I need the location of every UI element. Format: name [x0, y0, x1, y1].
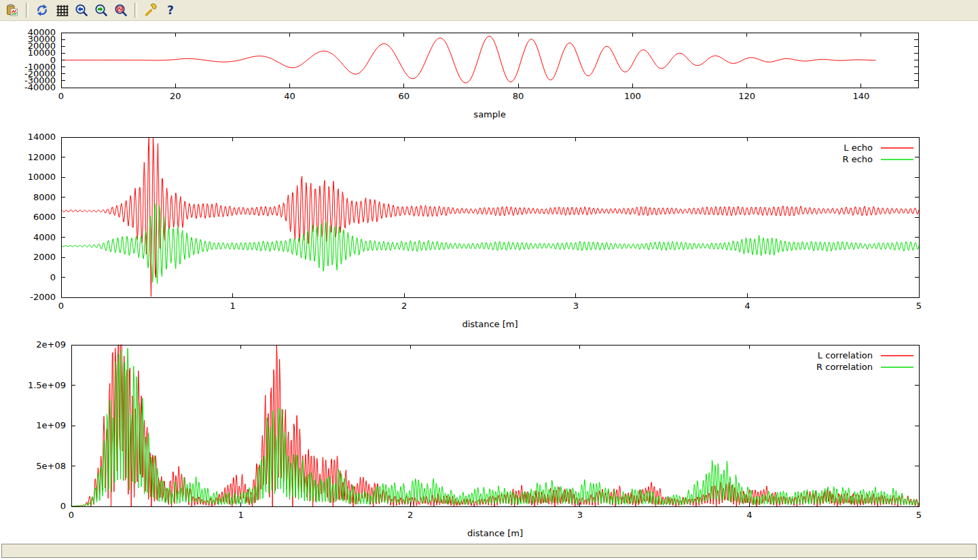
svg-text:1: 1	[230, 301, 235, 311]
svg-text:60: 60	[399, 91, 410, 101]
toolbar-separator	[26, 3, 29, 18]
svg-text:2: 2	[401, 301, 407, 311]
copy-to-clipboard-button[interactable]	[3, 1, 21, 19]
svg-text:40000: 40000	[28, 27, 56, 37]
clipboard-chart-icon	[5, 3, 19, 17]
svg-text:8000: 8000	[33, 192, 56, 202]
configure-button[interactable]	[142, 1, 160, 19]
svg-text:140: 140	[852, 91, 869, 101]
svg-text:4000: 4000	[33, 232, 56, 242]
toggle-grid-button[interactable]	[53, 1, 71, 19]
svg-text:5: 5	[916, 510, 922, 520]
zoom-previous-button[interactable]	[73, 1, 90, 19]
autoscale-button[interactable]	[112, 1, 130, 19]
svg-text:2: 2	[408, 510, 413, 520]
svg-text:0: 0	[58, 91, 64, 101]
magnifier-right-arrow-icon	[94, 3, 108, 17]
svg-text:120: 120	[738, 91, 755, 101]
svg-text:distance [m]: distance [m]	[467, 528, 523, 538]
svg-text:0: 0	[69, 510, 74, 520]
replot-button[interactable]	[33, 1, 51, 19]
svg-text:6000: 6000	[33, 212, 56, 222]
svg-text:1.5e+09: 1.5e+09	[28, 380, 66, 390]
svg-text:1e+09: 1e+09	[36, 420, 66, 430]
svg-text:-2000: -2000	[30, 292, 56, 302]
svg-text:12000: 12000	[28, 152, 56, 162]
svg-text:4: 4	[744, 301, 750, 311]
svg-text:80: 80	[513, 91, 524, 101]
svg-text:10000: 10000	[28, 172, 56, 182]
help-button[interactable]: ?	[162, 1, 179, 19]
svg-text:0: 0	[60, 501, 66, 511]
svg-text:1: 1	[238, 510, 243, 520]
svg-text:3: 3	[573, 301, 579, 311]
toolbar-separator	[134, 3, 137, 18]
zoom-next-button[interactable]	[92, 1, 110, 19]
status-bar	[1, 544, 977, 558]
svg-text:0: 0	[58, 301, 64, 311]
svg-text:5: 5	[916, 301, 922, 311]
svg-text:14000: 14000	[28, 132, 56, 142]
wrench-icon	[144, 3, 158, 17]
svg-text:R correlation: R correlation	[816, 362, 873, 372]
svg-text:R echo: R echo	[842, 154, 873, 164]
svg-text:0: 0	[50, 272, 56, 282]
waveform-chart[interactable]: 020406080100120140-40000-30000-20000-100…	[0, 22, 978, 129]
refresh-arrows-icon	[35, 3, 49, 17]
svg-text:sample: sample	[473, 109, 505, 119]
svg-text:5e+08: 5e+08	[36, 461, 66, 471]
plot-canvas: 020406080100120140-40000-30000-20000-100…	[0, 22, 978, 542]
echo-chart[interactable]: 012345-200002000400060008000100001200014…	[0, 129, 978, 339]
svg-text:?: ?	[167, 3, 174, 17]
question-mark-icon: ?	[164, 3, 177, 17]
magnifier-chart-icon	[114, 3, 128, 17]
svg-text:2000: 2000	[33, 252, 56, 262]
svg-text:2e+09: 2e+09	[36, 339, 66, 350]
gnuplot-window: { "toolbar": { "help_glyph": "?", "butto…	[0, 0, 978, 560]
svg-text:L correlation: L correlation	[818, 350, 873, 360]
svg-text:40: 40	[284, 91, 295, 101]
svg-text:100: 100	[624, 91, 641, 101]
correlation-chart[interactable]: 01234505e+081e+091.5e+092e+09distance [m…	[0, 339, 978, 543]
svg-text:distance [m]: distance [m]	[462, 319, 518, 329]
svg-text:20: 20	[170, 91, 181, 101]
magnifier-left-arrow-icon	[75, 3, 88, 17]
grid-icon	[55, 3, 69, 17]
toolbar: ?	[0, 0, 978, 21]
svg-text:L echo: L echo	[844, 143, 873, 153]
svg-text:3: 3	[577, 510, 583, 520]
svg-text:4: 4	[746, 510, 752, 520]
